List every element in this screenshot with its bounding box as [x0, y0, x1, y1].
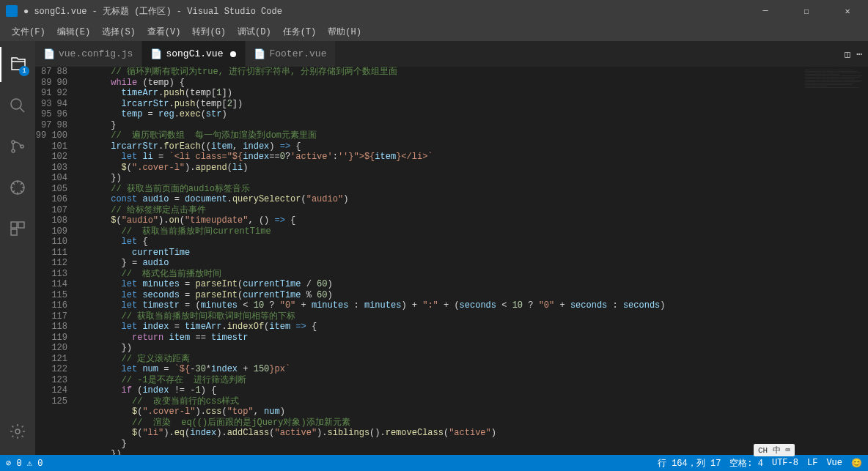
extensions-icon[interactable]	[0, 211, 35, 246]
source-control-icon[interactable]	[0, 129, 35, 164]
tab[interactable]: 📄vue.config.js	[35, 41, 142, 67]
menu-bar: 文件(F)编辑(E)选择(S)查看(V)转到(G)调试(D)任务(T)帮助(H)	[0, 22, 868, 41]
activity-bar: 1	[0, 41, 35, 455]
vscode-icon	[6, 5, 18, 17]
file-icon: 📄	[151, 49, 161, 59]
line-gutter: 87 88 89 90 91 92 93 94 95 96 97 98 99 1…	[35, 67, 79, 455]
file-icon: 📄	[44, 49, 54, 59]
svg-point-3	[12, 149, 15, 152]
status-item[interactable]: Vue	[826, 458, 842, 468]
menu-item[interactable]: 编辑(E)	[51, 26, 97, 38]
explorer-badge: 1	[19, 66, 29, 76]
editor[interactable]: 87 88 89 90 91 92 93 94 95 96 97 98 99 1…	[35, 67, 868, 455]
maximize-button[interactable]: ☐	[792, 0, 821, 22]
status-bar: ⊘ 0 ⚠ 0 行 164，列 17空格: 4UTF-8LFVue😊	[0, 455, 868, 471]
menu-item[interactable]: 选择(S)	[96, 26, 141, 38]
status-item[interactable]: 空格: 4	[729, 457, 763, 470]
more-icon[interactable]: ⋯	[856, 48, 862, 60]
minimap[interactable]: ▪▪▪▪▪▪▪▪▪▪▪▪▪▪▪▪▪▪▪▪▪▪▪▪▪▪▪▪▪▪▪▪▪▪▪▪▪▪▪▪…	[802, 67, 868, 455]
status-item[interactable]: LF	[807, 458, 817, 468]
tab[interactable]: 📄songCi.vue	[142, 41, 246, 67]
settings-icon[interactable]	[0, 414, 35, 449]
tab-label: songCi.vue	[166, 48, 223, 59]
ime-indicator: CH 中 ⌨	[754, 444, 795, 456]
svg-point-2	[12, 141, 15, 144]
explorer-icon[interactable]: 1	[0, 47, 35, 82]
code-content[interactable]: // 循环判断有歌词为true, 进行切割字符串, 分别存储到两个数组里面 wh…	[79, 67, 802, 455]
debug-icon[interactable]	[0, 170, 35, 205]
status-item[interactable]: 行 164，列 17	[658, 457, 721, 470]
menu-item[interactable]: 文件(F)	[6, 26, 51, 38]
file-icon: 📄	[254, 49, 265, 59]
svg-rect-7	[18, 222, 24, 228]
minimize-button[interactable]: ─	[751, 0, 780, 22]
menu-item[interactable]: 任务(T)	[277, 26, 323, 38]
svg-point-9	[15, 429, 20, 434]
split-editor-icon[interactable]: ◫	[845, 48, 850, 60]
menu-item[interactable]: 转到(G)	[186, 26, 232, 38]
title-bar: ● songCi.vue - 无标题 (工作区) - Visual Studio…	[0, 0, 868, 22]
tab-label: vue.config.js	[59, 48, 133, 59]
close-button[interactable]: ✕	[833, 0, 862, 22]
svg-rect-8	[11, 229, 17, 235]
svg-point-0	[11, 99, 21, 109]
status-item[interactable]: ⊘ 0 ⚠ 0	[6, 458, 43, 469]
tabs-bar: 📄vue.config.js📄songCi.vue📄Footer.vue ◫ ⋯	[35, 41, 868, 67]
menu-item[interactable]: 调试(D)	[232, 26, 277, 38]
menu-item[interactable]: 查看(V)	[141, 26, 187, 38]
status-item[interactable]: 😊	[851, 458, 862, 469]
window-title: ● songCi.vue - 无标题 (工作区) - Visual Studio…	[23, 5, 282, 18]
tab[interactable]: 📄Footer.vue	[246, 41, 336, 67]
svg-rect-6	[11, 222, 17, 228]
svg-line-1	[20, 108, 24, 112]
search-icon[interactable]	[0, 88, 35, 123]
status-item[interactable]: UTF-8	[772, 458, 798, 468]
tab-label: Footer.vue	[269, 48, 326, 59]
menu-item[interactable]: 帮助(H)	[322, 26, 367, 38]
modified-dot	[230, 51, 236, 57]
